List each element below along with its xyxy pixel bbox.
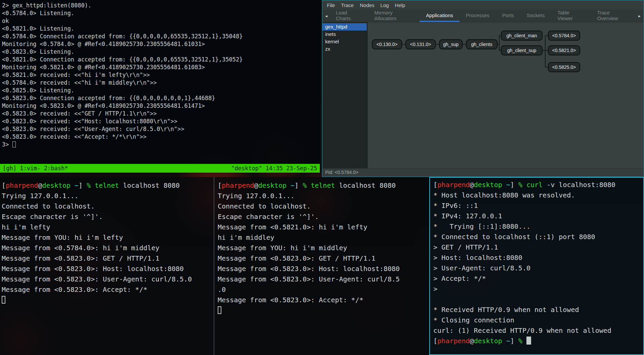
erlang-prompt: 3> [2, 141, 12, 148]
process-node-0-5784-0[interactable]: <0.5784.0> [548, 31, 580, 41]
desktop: 2> gex_httpd:listen(8080).<0.5784.0> Lis… [0, 0, 644, 355]
tmux-status-bar: [gh] 1:vim- 2:bash* "desktop" 14:35 23-S… [0, 164, 320, 173]
terminal-line: <0.5825.0> Listening. [2, 87, 318, 94]
terminal-line: Monitoring <0.5821.0> @ #Ref<0.418902573… [2, 63, 318, 71]
tab-sockets[interactable]: Sockets [520, 10, 551, 22]
terminal-line: * Connected to localhost (::1) port 8080 [433, 232, 640, 242]
app-item-zx[interactable]: zx [323, 45, 367, 53]
process-node-0-130-0[interactable]: <0.130.0> [372, 39, 402, 49]
terminal-line: * Host localhost:8080 was resolved. [433, 190, 640, 201]
cursor [12, 141, 16, 147]
process-node-gh-clients[interactable]: gh_clients [466, 39, 498, 49]
terminal-line: Monitoring <0.5823.0> @ #Ref<0.418902573… [2, 102, 318, 110]
telnet-left-pane[interactable]: [pharpend@desktop ~] % telnet localhost … [2, 180, 212, 305]
command-args: -v localhost:8080 [543, 181, 615, 189]
terminal-line: > Accept: */* [433, 273, 640, 284]
terminal-line: * IPv6: ::1 [433, 201, 640, 211]
telnet-terminal-window: [pharpend@desktop ~] % telnet localhost … [0, 177, 429, 355]
terminal-line: Connected to localhost. [218, 201, 427, 212]
terminal-line: <0.5784.0> received: <<"hi i'm middley\r… [2, 79, 318, 87]
cursor [218, 306, 221, 314]
terminal-line: hi i'm lefty [2, 222, 212, 232]
observer-window: File Trace Nodes Log Help ◂ Load Charts … [322, 0, 644, 177]
app-item-inets[interactable]: inets [323, 31, 367, 38]
terminal-line: Message from YOU: hi i'm lefty [2, 232, 212, 243]
terminal-line: Escape character is '^]'. [2, 212, 212, 222]
observer-tabbar: ◂ Load Charts Memory Allocators Applicat… [323, 10, 643, 22]
command-text: telnet [311, 181, 335, 189]
erlang-shell-terminal[interactable]: 2> gex_httpd:listen(8080).<0.5784.0> Lis… [0, 0, 320, 173]
telnet-middle-pane[interactable]: [pharpend@desktop ~] % telnet localhost … [218, 180, 427, 316]
command-args: localhost 8080 [119, 181, 180, 189]
observer-content: gex_httpd inets kernel zx <0.130.0> <0.1… [323, 22, 643, 168]
tab-processes[interactable]: Processes [460, 10, 496, 22]
tab-scroll-right-icon[interactable]: ▸ [636, 10, 643, 22]
telnet-middle-output: Trying 127.0.0.1...Connected to localhos… [218, 191, 427, 305]
terminal-line: * Closing connection [433, 315, 640, 325]
menu-trace[interactable]: Trace [338, 2, 357, 8]
terminal-line: ok [2, 17, 318, 25]
menu-help[interactable]: Help [392, 2, 408, 8]
terminal-line: * Received HTTP/0.9 when not allowed [433, 305, 640, 315]
terminal-line: <0.5823.0> received: <<"User-Agent: curl… [2, 125, 318, 133]
pane-divider[interactable] [214, 177, 214, 355]
terminal-line: Connected to localhost. [2, 201, 212, 212]
cursor [2, 296, 5, 304]
terminal-line: Trying 127.0.0.1... [218, 191, 427, 201]
app-item-gex-httpd[interactable]: gex_httpd [323, 23, 367, 31]
shell-prompt-line: [pharpend@desktop ~] % telnet localhost … [2, 180, 212, 191]
tmux-window-list: [gh] 1:vim- 2:bash* [3, 165, 68, 172]
telnet-left-output: Trying 127.0.0.1...Connected to localhos… [2, 191, 212, 295]
terminal-line: * Trying [::1]:8080... [433, 221, 640, 232]
terminal-line: Escape character is '^]'. [218, 212, 427, 222]
process-node-gh-client-sup[interactable]: gh_client_sup [501, 45, 543, 55]
terminal-line: 2> gex_httpd:listen(8080). [2, 2, 318, 9]
menu-nodes[interactable]: Nodes [357, 2, 377, 8]
terminal-line: > [433, 284, 640, 294]
tab-trace-overview[interactable]: Trace Overview [591, 10, 636, 22]
process-node-0-5825-0[interactable]: <0.5825.0> [548, 62, 580, 72]
command-args: localhost 8080 [335, 181, 396, 189]
terminal-line: curl: (1) Received HTTP/0.9 when not all… [433, 325, 640, 336]
shell-prompt-line: [pharpend@desktop ~] % curl -v localhost… [433, 180, 640, 190]
process-node-gh-client-man[interactable]: gh_client_man [501, 31, 543, 41]
shell-prompt-line: [pharpend@desktop ~] % telnet localhost … [218, 180, 427, 191]
observer-menubar: File Trace Nodes Log Help [323, 1, 643, 10]
application-list: gex_httpd inets kernel zx [323, 22, 368, 168]
command-text: telnet [95, 181, 119, 189]
menu-log[interactable]: Log [377, 2, 392, 8]
terminal-line: Message from <0.5823.0>: Accept: */* [2, 284, 212, 295]
terminal-line: Message from <0.5823.0>: User-Agent: cur… [2, 274, 212, 284]
cursor-line [2, 295, 212, 305]
terminal-line: <0.5784.0> Listening. [2, 9, 318, 17]
process-node-gh-sup[interactable]: gh_sup [439, 39, 463, 49]
tab-scroll-left-icon[interactable]: ◂ [323, 10, 330, 22]
process-node-0-5821-0[interactable]: <0.5821.0> [548, 45, 580, 55]
terminal-line: Trying 127.0.0.1... [2, 191, 212, 201]
terminal-line: Message from YOU: hi i'm middley [218, 243, 427, 253]
tmux-session-clock: "desktop" 14:35 23-Sep-25 [231, 165, 317, 172]
process-tree-diagram: <0.130.0> <0.131.0> gh_sup gh_clients gh… [368, 22, 643, 168]
cursor [526, 337, 531, 345]
app-item-kernel[interactable]: kernel [323, 38, 367, 45]
cursor-line [218, 305, 427, 316]
tab-table-viewer[interactable]: Table Viewer [551, 10, 591, 22]
terminal-line: Monitoring <0.5784.0> @ #Ref<0.418902573… [2, 40, 318, 48]
tab-memory-allocators[interactable]: Memory Allocators [368, 10, 420, 22]
terminal-line: Message from <0.5823.0>: User-Agent: cur… [218, 274, 427, 284]
terminal-line: Message from <0.5784.0>: hi i'm middley [2, 243, 212, 253]
tab-ports[interactable]: Ports [496, 10, 520, 22]
tab-load-charts[interactable]: Load Charts [330, 10, 368, 22]
terminal-line: > User-Agent: curl/8.5.0 [433, 263, 640, 273]
curl-terminal-window[interactable]: [pharpend@desktop ~] % curl -v localhost… [429, 177, 644, 355]
terminal-line: <0.5823.0> received: <<"Host: localhost:… [2, 118, 318, 125]
tab-applications[interactable]: Applications [420, 10, 460, 22]
terminal-line: Message from <0.5821.0>: hi i'm lefty [218, 222, 427, 232]
terminal-line: <0.5821.0> Listening. [2, 25, 318, 33]
terminal-line: <0.5823.0> received: <<"GET / HTTP/1.1\r… [2, 110, 318, 118]
terminal-line: * IPv4: 127.0.0.1 [433, 211, 640, 221]
process-node-0-131-0[interactable]: <0.131.0> [405, 39, 436, 49]
curl-output: * Host localhost:8080 was resolved.* IPv… [433, 190, 640, 336]
menu-file[interactable]: File [324, 2, 338, 8]
terminal-line: Message from <0.5823.0>: Accept: */* [218, 295, 427, 305]
